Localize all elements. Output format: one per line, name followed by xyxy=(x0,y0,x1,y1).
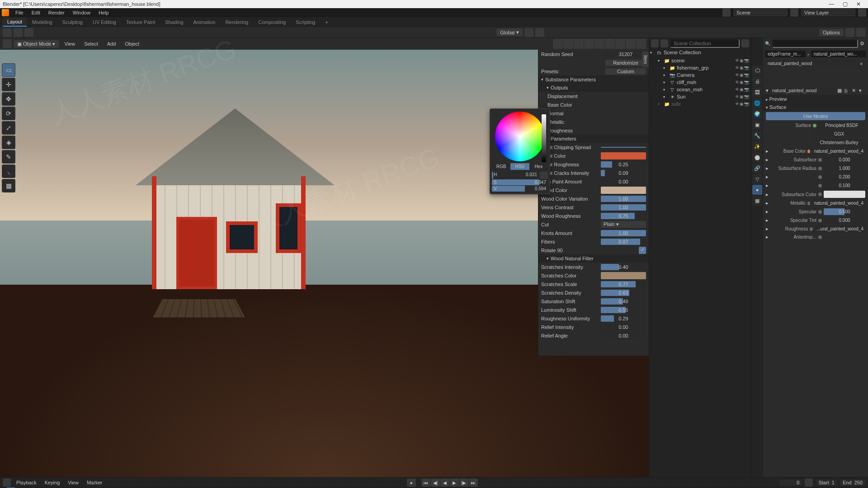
menu-edit[interactable]: Edit xyxy=(28,9,44,16)
prop-tab-output[interactable]: 🖨 xyxy=(752,76,762,86)
filter-slider[interactable]: 0.55 xyxy=(601,307,646,313)
prop-tab-scene[interactable]: 🌐 xyxy=(752,98,762,108)
tool-move[interactable]: ✥ xyxy=(2,92,15,106)
filter-swatch[interactable] xyxy=(601,272,646,279)
current-frame[interactable]: 0 xyxy=(779,479,802,486)
param-slider[interactable]: 1.00 xyxy=(601,196,646,202)
prop-tab-render[interactable]: 🖵 xyxy=(752,66,762,75)
prop-value[interactable]: 1.000 xyxy=(824,165,865,172)
outliner-item[interactable]: scene xyxy=(671,58,734,63)
value-slider-field[interactable]: V0.594 xyxy=(492,186,548,192)
add-menu[interactable]: Add xyxy=(104,40,120,47)
tool-cursor[interactable]: ✛ xyxy=(2,78,15,91)
jump-end-icon[interactable]: ⏭ xyxy=(469,479,478,487)
menu-help[interactable]: Help xyxy=(95,9,113,16)
mode-dropdown[interactable]: ▣ Object Mode ▾ xyxy=(14,40,59,48)
outliner-display-icon[interactable] xyxy=(660,39,668,47)
shading-matpreview-icon[interactable] xyxy=(615,39,625,49)
color-wheel[interactable] xyxy=(495,112,545,161)
material-dropdown-icon[interactable]: ▾ xyxy=(859,88,865,94)
prop-slider[interactable]: 0.500 xyxy=(824,208,865,215)
outliner-type-icon[interactable] xyxy=(651,39,659,47)
presets-dropdown[interactable]: Custom xyxy=(605,68,646,75)
select-menu[interactable]: Select xyxy=(80,40,102,47)
keyframe-next-icon[interactable]: |▶ xyxy=(459,479,468,487)
tool-scale[interactable]: ⤢ xyxy=(2,121,15,135)
filter-slider[interactable]: 0.00 xyxy=(601,333,646,339)
param-dropdown[interactable]: Plain ▾ xyxy=(601,221,646,228)
param-swatch[interactable] xyxy=(601,152,646,160)
gizmo-toggle-icon[interactable] xyxy=(563,39,573,49)
eyedropper-icon[interactable] xyxy=(540,172,548,179)
output-item[interactable]: Displacement xyxy=(541,94,646,99)
color-tab-hsv[interactable]: HSV xyxy=(510,163,529,170)
editor-type-icon[interactable] xyxy=(3,28,12,37)
tool-rotate[interactable]: ⟳ xyxy=(2,107,15,120)
gizmo-icon[interactable] xyxy=(845,28,854,37)
outputs-section[interactable]: Outputs xyxy=(538,84,649,92)
use-nodes-button[interactable]: Use Nodes xyxy=(766,112,865,120)
outliner-item[interactable]: safe xyxy=(671,101,734,107)
outliner-item[interactable]: Camera xyxy=(677,72,734,78)
surface-shader[interactable]: Principled BSDF xyxy=(818,122,865,129)
overlay-icon[interactable] xyxy=(856,28,865,37)
workspace-layout[interactable]: Layout xyxy=(3,18,27,27)
outliner-item[interactable]: ocean_msh xyxy=(677,87,734,92)
material-copy-icon[interactable]: ⎘ xyxy=(844,88,851,94)
color-tab-rgb[interactable]: RGB xyxy=(492,163,510,170)
prop-color-swatch[interactable] xyxy=(824,191,865,198)
randomize-button[interactable]: Randomize xyxy=(605,60,646,66)
outliner-item[interactable]: cliff_msh xyxy=(677,80,734,85)
shading-wireframe-icon[interactable] xyxy=(594,39,604,49)
tool-measure[interactable]: ◟ xyxy=(2,164,15,178)
param-slider[interactable]: 1.00 xyxy=(601,230,646,236)
autokey-icon[interactable]: ● xyxy=(407,479,416,487)
object-menu[interactable]: Object xyxy=(121,40,143,47)
timeline-view[interactable]: View xyxy=(65,480,81,485)
prop-value[interactable]: 0.000 xyxy=(824,217,865,224)
workspace-scripting[interactable]: Scripting xyxy=(291,18,320,26)
maximize-button[interactable]: ▢ xyxy=(838,1,852,7)
workspace-compositing[interactable]: Compositing xyxy=(254,18,290,26)
timeline-sync-icon[interactable] xyxy=(805,479,813,487)
saturation-slider[interactable]: S0.847 xyxy=(492,179,548,185)
param-slider[interactable] xyxy=(601,147,646,148)
shading-dropdown-icon[interactable] xyxy=(636,39,646,49)
timeline-keying[interactable]: Keying xyxy=(42,480,63,485)
select-visibility-icon[interactable] xyxy=(553,39,563,49)
prop-tab-texture[interactable]: ▦ xyxy=(752,196,762,206)
prop-search[interactable] xyxy=(772,39,858,48)
menu-window[interactable]: Window xyxy=(69,9,94,16)
xray-icon[interactable] xyxy=(584,39,594,49)
workspace-modeling[interactable]: Modeling xyxy=(28,18,57,26)
outliner-filter-icon[interactable] xyxy=(741,39,749,47)
end-frame[interactable]: End 250 xyxy=(840,479,865,486)
viewlayer-name-field[interactable]: View Layer xyxy=(801,9,855,16)
options-dropdown[interactable]: Options xyxy=(819,29,844,36)
prop-tab-modifiers[interactable]: 🔧 xyxy=(752,131,762,141)
prop-value[interactable] xyxy=(824,236,865,238)
filter-slider[interactable]: 0.49 xyxy=(601,298,646,305)
3d-viewport[interactable]: ▭ ✛ ✥ ⟳ ⤢ ◈ ✎ ◟ ▦ xyxy=(0,50,649,477)
param-swatch[interactable] xyxy=(601,187,646,194)
prop-tab-object[interactable]: ▣ xyxy=(752,120,762,130)
material-new-icon[interactable]: ▦ xyxy=(837,88,844,94)
filter-slider[interactable]: 0.00 xyxy=(601,324,646,330)
global-orientation[interactable]: Global ▾ xyxy=(496,28,523,36)
prop-value[interactable]: 0.000 xyxy=(824,156,865,163)
menu-render[interactable]: Render xyxy=(45,9,68,16)
copy-icon[interactable] xyxy=(14,28,23,37)
output-item[interactable]: Roughness xyxy=(541,128,646,133)
shading-solid-icon[interactable] xyxy=(605,39,615,49)
minimize-button[interactable]: — xyxy=(825,1,838,7)
breadcrumb-mesh[interactable]: edgeFrame_m... xyxy=(765,51,806,57)
surface-section[interactable]: Surface xyxy=(763,103,868,111)
prop-tab-constraints[interactable]: 🔗 xyxy=(752,163,762,173)
prop-value[interactable]: natural_painted_wood_4 xyxy=(812,200,865,206)
proportional-icon[interactable] xyxy=(535,28,544,37)
prop-value[interactable]: 0.100 xyxy=(824,182,865,189)
snap-icon[interactable] xyxy=(524,28,533,37)
editor-type-3dview-icon[interactable] xyxy=(3,39,12,48)
prop-tab-viewlayer[interactable]: 🖼 xyxy=(752,87,762,97)
keyframe-prev-icon[interactable]: ◀| xyxy=(431,479,440,487)
